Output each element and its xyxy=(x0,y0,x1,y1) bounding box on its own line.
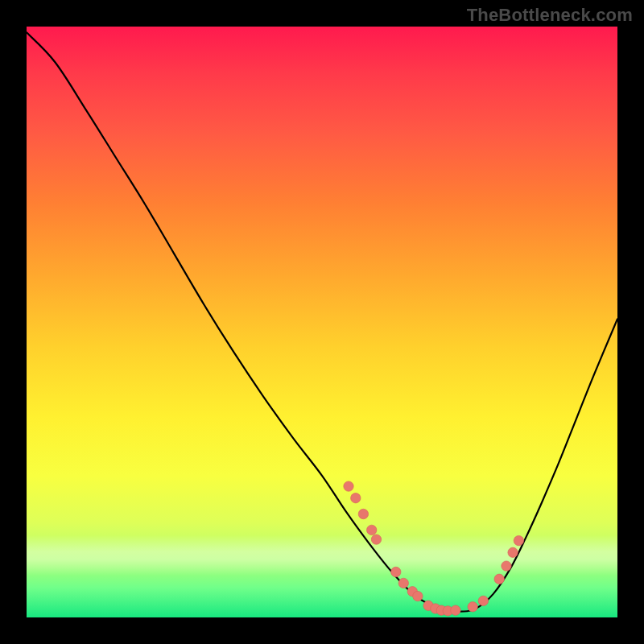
data-point xyxy=(371,535,381,544)
data-point xyxy=(358,509,368,518)
data-point xyxy=(413,591,423,601)
data-point xyxy=(468,602,477,612)
data-points xyxy=(344,481,524,616)
plot-area xyxy=(27,27,617,617)
chart-container: TheBottleneck.com xyxy=(0,0,644,644)
chart-svg xyxy=(27,27,617,617)
data-point xyxy=(502,561,511,571)
data-point xyxy=(398,578,408,588)
data-point xyxy=(494,574,504,584)
data-point xyxy=(367,525,377,535)
data-point xyxy=(514,535,523,545)
data-point xyxy=(391,567,401,576)
data-point xyxy=(508,547,518,557)
data-point xyxy=(344,481,353,491)
data-point xyxy=(351,493,361,503)
data-point xyxy=(451,605,460,615)
bottleneck-curve xyxy=(27,32,617,611)
data-point xyxy=(478,596,488,605)
watermark-text: TheBottleneck.com xyxy=(467,5,633,26)
